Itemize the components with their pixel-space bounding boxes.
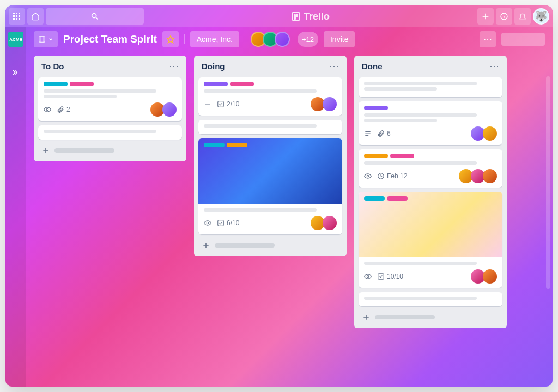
create-button[interactable] (477, 8, 494, 25)
card[interactable]: 6 (359, 101, 502, 145)
divider (245, 34, 245, 44)
member-avatar[interactable] (275, 32, 290, 47)
svg-point-20 (46, 108, 48, 111)
list-header: Done ⋯ (359, 60, 502, 73)
card[interactable] (359, 292, 502, 306)
board-title[interactable]: Project Team Spirit (63, 33, 157, 45)
card-member-avatar[interactable] (323, 97, 337, 111)
divider (184, 34, 185, 44)
user-avatar[interactable]: 🐺 (533, 8, 549, 25)
board-members[interactable] (251, 32, 290, 47)
card-text-placeholder (364, 161, 477, 165)
card-label (204, 143, 225, 147)
attachments-badge: 2 (57, 106, 70, 113)
card-text-placeholder (204, 124, 317, 128)
brand-logo: Trello (146, 11, 475, 22)
svg-rect-16 (39, 37, 45, 43)
scrollbar[interactable] (546, 76, 550, 289)
add-card-placeholder (375, 315, 435, 319)
svg-rect-1 (16, 13, 17, 14)
card[interactable]: 6/10 (198, 138, 342, 234)
board-icon (38, 35, 46, 43)
card-badges: 6/10 (204, 219, 239, 227)
svg-point-36 (367, 275, 369, 278)
svg-point-34 (367, 175, 369, 177)
add-card-button[interactable] (198, 239, 342, 252)
card-members (473, 269, 497, 284)
sidebar-expand-button[interactable] (9, 65, 23, 80)
watch-icon (44, 106, 51, 113)
chevron-down-icon (48, 37, 53, 42)
card-label (44, 82, 68, 86)
list-menu-button[interactable]: ⋯ (489, 61, 499, 71)
card-label (364, 196, 385, 201)
list-menu-button[interactable]: ⋯ (329, 61, 339, 71)
add-card-placeholder (54, 148, 114, 153)
svg-rect-0 (13, 13, 15, 14)
list: Done ⋯ 6Feb 1210/10 (354, 56, 507, 328)
star-icon (166, 35, 175, 44)
card-text-placeholder (364, 119, 437, 122)
body-area: ACME Project Team Spirit Acme, Inc. (5, 27, 553, 387)
card-label (70, 82, 94, 86)
card-text-placeholder (364, 82, 477, 85)
card-text-placeholder (44, 89, 156, 93)
member-overflow-count[interactable]: +12 (298, 32, 318, 47)
card[interactable]: 10/10 (359, 192, 502, 288)
card-badges: 6 (364, 130, 391, 137)
brand-name: Trello (304, 11, 330, 22)
description-icon (364, 130, 372, 137)
checklist-badge: 10/10 (377, 273, 403, 280)
board-menu-button[interactable]: ⋯ (480, 31, 496, 47)
watch-icon (204, 219, 211, 227)
notifications-button[interactable] (514, 8, 531, 25)
plus-icon (41, 146, 50, 155)
board-filter-placeholder[interactable] (501, 33, 545, 46)
card-label (227, 143, 247, 147)
card[interactable] (359, 77, 502, 97)
list-menu-button[interactable]: ⋯ (169, 61, 179, 71)
board-area: Project Team Spirit Acme, Inc. +12 Invit… (26, 27, 553, 387)
attachments-badge: 6 (377, 130, 391, 137)
star-button[interactable] (162, 31, 179, 47)
app-window: Trello 🐺 ACME Proje (5, 5, 553, 387)
card-member-avatar[interactable] (323, 216, 337, 230)
search-input[interactable] (46, 8, 144, 25)
workspace-badge[interactable]: ACME (8, 32, 23, 47)
apps-menu-button[interactable] (9, 8, 25, 25)
list-title[interactable]: Done (362, 62, 383, 71)
list: Doing ⋯ 2/106/10 (194, 56, 347, 256)
checklist-badge: 2/10 (217, 100, 239, 108)
board-view-switcher[interactable] (34, 31, 58, 47)
org-button[interactable]: Acme, Inc. (190, 31, 239, 47)
card-text-placeholder (44, 130, 156, 133)
card-member-avatar[interactable] (162, 102, 177, 117)
list: To Do ⋯ 2 (34, 56, 186, 161)
card-label (387, 196, 408, 201)
card-label (230, 82, 254, 86)
add-card-button[interactable] (359, 311, 502, 324)
svg-point-27 (207, 222, 209, 224)
add-card-button[interactable] (38, 144, 182, 157)
list-title[interactable]: Doing (202, 62, 225, 71)
card-member-avatar[interactable] (483, 169, 497, 183)
card-member-avatar[interactable] (483, 269, 497, 284)
card[interactable]: 2 (38, 77, 182, 121)
checklist-badge: 6/10 (217, 219, 239, 227)
invite-button[interactable]: Invite (324, 31, 355, 47)
card-members (473, 126, 497, 141)
svg-marker-19 (167, 35, 174, 43)
home-button[interactable] (27, 8, 44, 25)
card-member-avatar[interactable] (483, 126, 497, 141)
card[interactable] (198, 120, 342, 134)
card[interactable] (38, 125, 182, 140)
list-title[interactable]: To Do (41, 62, 64, 71)
card[interactable]: 2/10 (198, 77, 342, 116)
add-card-placeholder (215, 243, 275, 248)
due-date-badge: Feb 12 (377, 172, 407, 180)
card-members (313, 97, 337, 111)
info-button[interactable] (496, 8, 512, 25)
card[interactable]: Feb 12 (359, 149, 502, 188)
plus-icon (202, 241, 210, 250)
list-header: Doing ⋯ (198, 60, 342, 73)
